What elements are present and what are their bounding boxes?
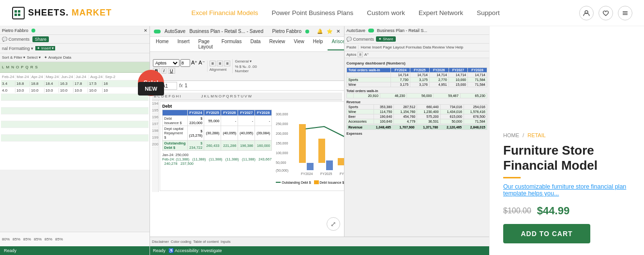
right-row-sports2: Sports (347, 105, 374, 110)
svg-rect-2 (18, 10, 20, 13)
align-left-btn[interactable]: ≡ (210, 61, 216, 66)
center-user: Pietro Fabbro (272, 29, 301, 34)
breadcrumb-home[interactable]: HOME (503, 132, 519, 138)
new-badge: NEW (138, 82, 164, 96)
svg-text:150,000: 150,000 (276, 142, 288, 145)
excel-main-panel: AutoSave Business Plan - Retail S... - S… (150, 26, 344, 255)
price-discounted: $44.99 (537, 205, 569, 217)
expand-btn[interactable]: ⤢ (327, 217, 340, 231)
svg-rect-22 (326, 160, 333, 170)
main-nav: Excel Financial Models Power Point Busin… (191, 9, 499, 16)
svg-rect-16 (299, 124, 306, 163)
right-row-sports: Sports (347, 78, 391, 82)
right-row-wine: Wine (347, 82, 391, 87)
svg-rect-21 (307, 163, 314, 170)
tab-insert[interactable]: Insert (174, 38, 194, 50)
svg-text:50,000: 50,000 (276, 161, 286, 164)
excel-left-panel: Pietro Fabbro ✕ 💬 Comments Share nal For… (0, 26, 150, 255)
underline-btn[interactable]: U (168, 68, 175, 74)
tab-pagelayout[interactable]: Page Layout (195, 38, 217, 50)
main-content: Pietro Fabbro ✕ 💬 Comments Share nal For… (0, 26, 644, 255)
font-size-increase[interactable]: A⁺ (191, 60, 197, 66)
debt-chart-title: Debt (162, 104, 344, 109)
logo-market: MARKET (72, 8, 112, 18)
svg-rect-18 (338, 158, 344, 165)
svg-rect-17 (318, 139, 325, 163)
menu-icon (622, 10, 629, 16)
italic-btn[interactable]: I (162, 68, 167, 74)
svg-rect-1 (15, 10, 17, 13)
price-row: $100.00 $44.99 (503, 205, 630, 217)
excel-preview-area: Pietro Fabbro ✕ 💬 Comments Share nal For… (0, 26, 489, 255)
left-user-label: Pietro Fabbro (2, 28, 29, 33)
center-filename: Business Plan - Retail S... - Saved (189, 29, 263, 34)
svg-rect-0 (13, 7, 24, 19)
excel-right-panel: AutoSave Business Plan - Retail S... 💬 C… (344, 26, 489, 255)
nav-expert[interactable]: Expert Network (419, 9, 463, 16)
svg-rect-4 (18, 14, 20, 16)
user-icon (583, 10, 590, 16)
font-size-decrease[interactable]: A⁻ (198, 60, 205, 66)
align-right-btn[interactable]: ≡ (224, 61, 230, 66)
left-status-bar: Ready (0, 246, 150, 255)
font-size-input[interactable] (180, 59, 190, 67)
right-dashboard: Company dashboard (Numbers) Total orders… (344, 58, 489, 228)
debt-row-repayment: Dept capital Repayment $ (163, 126, 187, 141)
tab-review[interactable]: Review (266, 38, 289, 50)
svg-rect-3 (15, 14, 17, 16)
product-description[interactable]: Our customizable furniture store financi… (503, 183, 630, 197)
heart-icon (602, 10, 609, 16)
breadcrumb-sep1: / (523, 132, 524, 138)
svg-text:250,000: 250,000 (276, 122, 288, 126)
breadcrumb-retail[interactable]: RETAIL (527, 132, 546, 138)
breadcrumb: HOME / RETAIL (503, 132, 630, 138)
tab-home[interactable]: Home (152, 38, 173, 50)
fx-label: fx (179, 83, 183, 88)
svg-text:FY2024: FY2024 (301, 172, 313, 175)
formula-bar: A1 fx 1 (150, 81, 344, 91)
svg-text:300,000: 300,000 (276, 112, 288, 116)
svg-text:200,000: 200,000 (276, 132, 288, 135)
svg-text:FY2025: FY2025 (320, 172, 332, 175)
svg-text:(50,000): (50,000) (276, 169, 288, 173)
logo-icon (12, 6, 25, 20)
header-icons (579, 6, 632, 20)
product-divider (503, 177, 521, 178)
product-panel: HOME / RETAIL Furniture Store Financial … (489, 26, 644, 255)
svg-text:FY2026: FY2026 (340, 172, 344, 175)
menu-icon-btn[interactable] (618, 6, 632, 20)
right-filename: Business Plan - Retail S... (377, 28, 427, 33)
center-autosave: AutoSave (165, 29, 185, 34)
nav-powerpoint[interactable]: Power Point Business Plans (271, 9, 353, 16)
price-original: $100.00 (503, 207, 531, 215)
tab-ariscel[interactable]: Ariscel (328, 38, 344, 50)
logo[interactable]: SHEETS.MARKET (12, 6, 112, 20)
logo-sheets: SHEETS. (28, 8, 69, 18)
debt-row-issuance: Debt Issuance $ (163, 116, 187, 126)
chart-area: BCDEFGHI JKLMNOPQRSTUVW 194 195 196 197 … (150, 91, 344, 197)
debt-row-outstanding: Outstanding Debt $ (163, 141, 187, 151)
heart-icon-btn[interactable] (599, 6, 613, 20)
ribbon-tabs: Home Insert Page Layout Formulas Data Re… (150, 37, 344, 52)
user-icon-btn[interactable] (579, 6, 594, 20)
align-center-btn[interactable]: ≡ (217, 61, 223, 66)
product-title: Furniture Store Financial Model (503, 143, 630, 173)
left-spreadsheet: Feb-24 Mar-24 Apr-24 May-24 Jun-24 Jul-2… (0, 73, 150, 170)
tab-data[interactable]: Data (246, 38, 264, 50)
tab-view[interactable]: View (290, 38, 308, 50)
nav-excel-models[interactable]: Excel Financial Models (191, 9, 258, 16)
debt-bar-chart: 300,000 250,000 200,000 150,000 100,000 … (276, 110, 344, 177)
legend-outstanding: Outstanding Debt $ (282, 181, 311, 184)
tab-formulas[interactable]: Formulas (218, 38, 246, 50)
svg-text:100,000: 100,000 (276, 151, 288, 155)
header: SHEETS.MARKET Excel Financial Models Pow… (0, 0, 644, 26)
formula-value: 1 (185, 83, 188, 88)
legend-issuance: Debt Issuance $ (320, 181, 344, 184)
add-to-cart-button[interactable]: ADD TO CART (503, 224, 590, 243)
new-text: NEW (145, 86, 157, 92)
nav-support[interactable]: Support (477, 9, 499, 16)
nav-custom[interactable]: Custom work (367, 9, 405, 16)
right-dashboard-title: Company dashboard (Numbers) (346, 60, 487, 66)
tab-help[interactable]: Help (309, 38, 327, 50)
font-selector[interactable]: Aptos (153, 59, 180, 67)
